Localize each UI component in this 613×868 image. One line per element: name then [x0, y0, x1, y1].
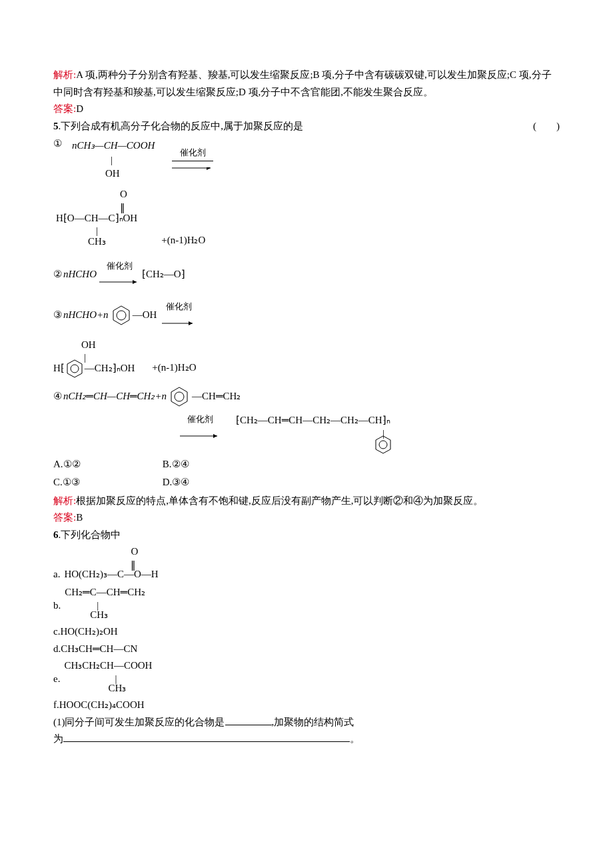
r3-prod-left: H⁅	[53, 360, 65, 377]
q5-option-a[interactable]: A.①②	[53, 456, 160, 473]
bond-icon: |	[96, 223, 98, 240]
svg-marker-1	[207, 167, 211, 170]
r1-byproduct: +(n-1)H₂O	[161, 235, 205, 245]
svg-marker-3	[133, 280, 137, 284]
blank-input[interactable]	[225, 725, 272, 725]
compound-b-label: b.	[53, 597, 61, 615]
r3-prod-oh: OH	[81, 339, 96, 350]
analysis-text: A 项,两种分子分别含有羟基、羧基,可以发生缩聚反应;B 项,分子中含有碳碳双键…	[53, 69, 552, 97]
q5-option-d[interactable]: D.③④	[163, 474, 190, 491]
svg-marker-8	[67, 360, 82, 377]
e-bot: CH₃	[108, 683, 126, 693]
answer-label: 答案:	[53, 103, 76, 114]
analysis-text: 根据加聚反应的特点,单体含有不饱和键,反应后没有副产物产生,可以判断②和④为加聚…	[76, 495, 483, 506]
q6-stem: 6.下列化合物中	[53, 527, 560, 544]
q4-answer: 答案:D	[53, 101, 560, 118]
analysis-label: 解析:	[53, 495, 76, 506]
r1-reactant-top: nCH₃—CH—COOH	[72, 140, 155, 151]
svg-marker-4	[113, 306, 129, 325]
svg-point-9	[71, 365, 79, 373]
r3-prod-right: —CH₂⁆ₙOH	[85, 360, 135, 377]
circle-3: ③	[53, 307, 62, 324]
q5-answer: 答案:B	[53, 509, 560, 527]
svg-marker-10	[171, 387, 187, 406]
e-top: CH₃CH₂CH—COOH	[64, 660, 152, 671]
b-bot: CH₃	[90, 609, 108, 620]
blank-input[interactable]	[63, 741, 350, 742]
svg-marker-7	[189, 321, 193, 325]
compound-a-label: a.	[53, 566, 60, 583]
q5-options-row2: C.①③ D.③④	[53, 474, 560, 491]
q5-options-row1: A.①② B.②④	[53, 456, 560, 473]
arrow-icon	[180, 433, 220, 439]
q6-sub1-line2: 为。	[53, 731, 560, 748]
svg-point-11	[175, 392, 184, 401]
q5-analysis: 解析:根据加聚反应的特点,单体含有不饱和键,反应后没有副产物产生,可以判断②和④…	[53, 493, 560, 510]
q5-paren: ( )	[533, 118, 560, 135]
r3-oh: OH	[143, 307, 157, 324]
q5-option-c[interactable]: C.①③	[53, 474, 160, 491]
q5-reaction-1: nCH₃—CH—COOH | OH 催化剂 ①	[53, 137, 560, 182]
q4-analysis: 解析:A 项,两种分子分别含有羟基、羧基,可以发生缩聚反应;B 项,分子中含有碳…	[53, 67, 560, 101]
analysis-label: 解析:	[53, 69, 76, 80]
circle-4: ④	[53, 388, 62, 405]
double-bond-icon: ‖	[120, 199, 124, 217]
bond-icon: |	[382, 425, 384, 443]
a-top: O	[131, 546, 138, 557]
circle-2: ②	[53, 266, 62, 283]
sub1-text-b: ,加聚物的结构简式	[272, 717, 354, 727]
circle-1: ①	[53, 138, 62, 149]
q6-sub1-line1: (1)同分子间可发生加聚反应的化合物是,加聚物的结构简式	[53, 714, 560, 731]
compound-e: e. CH₃CH₂CH—COOH | CH₃	[53, 657, 560, 697]
r3-left: nHCHO+n	[63, 307, 109, 324]
answer-value: D	[76, 103, 83, 114]
bond-icon: |	[97, 597, 99, 615]
compound-a: a. O ‖ HO(CH₂)₃—C—O—H	[53, 543, 560, 583]
compound-b: b. CH₂═C—CH═CH₂ | CH₃	[53, 584, 560, 623]
catalyst-label: 催化剂	[162, 299, 195, 314]
catalyst-label: 催化剂	[172, 145, 213, 161]
q5-product-4: 催化剂 ⁅CH₂—CH═CH—CH₂—CH₂—CH⁆ₙ |	[53, 412, 560, 455]
r1-reactant-oh: OH	[105, 168, 120, 179]
bond-icon: |	[84, 349, 86, 367]
answer-value: B	[76, 512, 83, 523]
answer-label: 答案:	[53, 512, 76, 523]
sub1-text-d: 。	[350, 733, 360, 744]
q5-reaction-3: ③ nHCHO+n —OH 催化剂	[53, 299, 560, 331]
compound-d: d.CH₃CH═CH—CN	[53, 641, 560, 658]
q5-stem: .下列合成有机高分子化合物的反应中,属于加聚反应的是	[59, 121, 304, 131]
svg-point-5	[117, 311, 126, 320]
r3-byproduct: +(n-1)H₂O	[152, 362, 196, 373]
r2-left: nHCHO	[63, 266, 97, 283]
bond-icon: |	[115, 671, 117, 688]
benzene-icon	[168, 385, 191, 408]
double-bond-icon: ‖	[131, 557, 135, 574]
a-mid: HO(CH₂)₃—C—O—H	[64, 569, 158, 579]
arrow-icon	[99, 279, 139, 285]
q6-number: 6	[53, 529, 59, 540]
q5-reaction-4: ④ nCH₂═CH—CH═CH₂+n —CH═CH₂	[53, 385, 560, 408]
catalyst-label: 催化剂	[99, 259, 139, 273]
q5-option-b[interactable]: B.②④	[163, 456, 189, 473]
svg-marker-13	[213, 434, 217, 438]
r4-left: nCH₂═CH—CH═CH₂+n	[63, 388, 167, 405]
q5-reaction-2: ② nHCHO 催化剂 ⁅CH₂—O⁆	[53, 259, 560, 291]
r1-prod-chain: H⁅O—CH—C⁆ₙOH	[56, 213, 137, 223]
arrow-icon	[162, 321, 195, 326]
benzene-icon	[65, 359, 85, 379]
q5-stem-row: 5.下列合成有机高分子化合物的反应中,属于加聚反应的是 ( )	[53, 118, 560, 135]
r4-prod: ⁅CH₂—CH═CH—CH₂—CH₂—CH⁆ₙ	[236, 415, 390, 425]
catalyst-label: 催化剂	[180, 412, 220, 427]
r2-right: ⁅CH₂—O⁆	[142, 266, 185, 283]
benzene-icon	[110, 304, 133, 327]
r1-prod-o: O	[120, 189, 127, 199]
q5-product-3: OH | H⁅ —CH₂⁆ₙOH +(n-1)H₂O	[53, 337, 560, 379]
compound-c: c.HO(CH₂)₂OH	[53, 623, 560, 641]
q5-product-1: O ‖ H⁅O—CH—C⁆ₙOH | CH₃ +(n-1)H₂O	[56, 186, 560, 251]
compound-f: f.HOOC(CH₂)₄COOH	[53, 697, 560, 714]
compound-e-label: e.	[53, 671, 60, 688]
q6-stem-text: .下列化合物中	[59, 529, 121, 540]
bond-icon: |	[111, 152, 113, 169]
q5-number: 5	[53, 121, 59, 131]
sub1-text-c: 为	[53, 733, 63, 744]
